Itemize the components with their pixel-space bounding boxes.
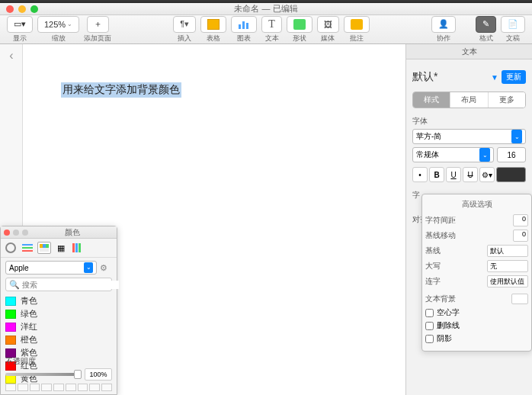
view-label: 显示 <box>13 34 27 43</box>
textbg-label: 文本背景 <box>425 294 456 304</box>
comment-icon <box>351 19 363 30</box>
color-name: 绿色 <box>21 308 37 320</box>
svg-point-3 <box>6 243 15 252</box>
palettes-tab-icon[interactable] <box>37 242 51 254</box>
color-search[interactable]: 🔍 <box>5 278 112 291</box>
tab-layout[interactable]: 布局 <box>450 92 488 108</box>
chevron-updown-icon: ⌄ <box>84 262 93 273</box>
shape-button[interactable] <box>287 16 312 33</box>
swatch-well[interactable] <box>5 384 16 391</box>
color-item[interactable]: 洋红 <box>5 320 112 333</box>
outline-label: 空心字 <box>437 307 460 318</box>
slider-thumb[interactable] <box>74 370 82 379</box>
zoom-icon[interactable] <box>30 5 38 13</box>
add-page-button[interactable]: ＋ <box>87 16 109 33</box>
color-item[interactable]: 绿色 <box>5 307 112 320</box>
paragraph-style-name[interactable]: 默认* <box>412 70 437 84</box>
zoom-select[interactable]: 125% ⌄ <box>37 16 79 33</box>
caps-select[interactable]: 无 <box>487 260 528 272</box>
comment-button[interactable] <box>344 16 370 33</box>
color-item[interactable]: 橙色 <box>5 333 112 346</box>
view-button[interactable]: ▭▾ <box>7 16 33 33</box>
shadow-checkbox[interactable] <box>425 335 434 343</box>
svg-rect-6 <box>22 247 33 249</box>
table-button[interactable] <box>200 16 226 33</box>
swatch-well[interactable] <box>30 384 40 391</box>
outline-checkbox[interactable] <box>425 309 434 317</box>
color-picker-tabs[interactable]: ▦ <box>1 239 117 258</box>
format-button[interactable]: ✎ <box>476 16 496 33</box>
tab-style[interactable]: 样式 <box>413 92 450 108</box>
swatch-well[interactable] <box>89 384 100 391</box>
chevron-down-icon[interactable]: ▼ <box>491 73 498 82</box>
char-spacing-input[interactable]: 0 <box>513 214 528 226</box>
swatch-well[interactable] <box>101 384 112 391</box>
update-style-button[interactable]: 更新 <box>502 70 526 84</box>
chart-icon <box>238 19 250 30</box>
svg-rect-0 <box>239 24 241 29</box>
wheel-tab-icon[interactable] <box>4 242 18 254</box>
underline-button[interactable]: U <box>446 167 461 182</box>
text-color-swatch[interactable] <box>496 167 526 182</box>
collab-button[interactable]: 👤 <box>431 16 456 33</box>
brush-icon: ✎ <box>482 19 489 29</box>
shape-label: 形状 <box>293 34 306 43</box>
no-style-button[interactable]: • <box>412 167 428 182</box>
search-input[interactable] <box>22 281 119 289</box>
inspector-tabs[interactable]: 样式 布局 更多 <box>412 92 526 108</box>
ligature-select[interactable]: 使用默认值 <box>487 275 528 287</box>
swatch-wells[interactable] <box>5 384 112 391</box>
back-arrow-icon[interactable]: ‹ <box>2 49 21 66</box>
color-name: 橙色 <box>21 334 37 345</box>
minimize-icon[interactable] <box>18 5 26 13</box>
svg-rect-12 <box>72 243 75 252</box>
tab-more[interactable]: 更多 <box>489 92 525 108</box>
palette-select[interactable]: Apple⌄ <box>5 261 97 275</box>
baseline-select[interactable]: 默认 <box>487 245 528 257</box>
textbg-color-well[interactable] <box>511 294 528 304</box>
color-swatch-icon <box>5 310 16 319</box>
chevron-updown-icon: ⌄ <box>511 130 522 143</box>
font-size-input[interactable] <box>497 147 526 162</box>
spectrum-tab-icon[interactable]: ▦ <box>54 242 68 254</box>
close-icon[interactable] <box>6 5 14 13</box>
close-icon[interactable] <box>4 230 10 236</box>
opacity-value[interactable]: 100% <box>85 368 112 381</box>
comment-label: 批注 <box>350 34 364 43</box>
font-weight-select[interactable]: 常规体 ⌄ <box>412 147 494 162</box>
color-swatch-icon <box>5 323 16 332</box>
sliders-tab-icon[interactable] <box>21 242 34 254</box>
selected-text[interactable]: 用来给文字添加背景颜色 <box>61 82 181 98</box>
document-label: 文稿 <box>506 34 520 43</box>
inspector-top-tab[interactable]: 文本 <box>406 44 532 59</box>
svg-rect-2 <box>246 23 248 29</box>
char-spacing-label: 字符间距 <box>425 215 456 226</box>
pencils-tab-icon[interactable] <box>71 242 85 254</box>
swatch-well[interactable] <box>78 384 88 391</box>
gear-button[interactable]: ⚙▾ <box>479 167 495 182</box>
swatch-well[interactable] <box>18 384 28 391</box>
chevron-updown-icon: ⌄ <box>479 148 490 162</box>
colors-titlebar[interactable]: 颜色 <box>1 226 117 239</box>
insert-button[interactable]: ¶▾ <box>173 16 196 33</box>
bold-button[interactable]: B <box>429 167 444 182</box>
swatch-well[interactable] <box>66 384 76 391</box>
font-family-select[interactable]: 苹方-简 ⌄ <box>412 129 526 144</box>
svg-rect-1 <box>242 21 245 29</box>
color-item[interactable]: 青色 <box>5 294 112 307</box>
strikethrough-checkbox[interactable] <box>425 322 434 330</box>
traffic-lights[interactable] <box>6 5 38 13</box>
gear-icon[interactable]: ⚙ <box>100 263 112 273</box>
media-button[interactable]: 🖼 <box>317 16 339 33</box>
swatch-well[interactable] <box>41 384 52 391</box>
person-icon: 👤 <box>438 19 449 29</box>
opacity-slider[interactable] <box>5 373 82 376</box>
document-button[interactable]: 📄 <box>501 16 525 33</box>
strike-button[interactable]: U <box>463 167 478 182</box>
svg-rect-10 <box>43 244 46 248</box>
color-swatch-icon <box>5 297 16 306</box>
text-button[interactable]: T <box>261 16 282 33</box>
chart-button[interactable] <box>231 16 257 33</box>
baseline-shift-input[interactable]: 0 <box>513 230 528 242</box>
swatch-well[interactable] <box>53 384 64 391</box>
